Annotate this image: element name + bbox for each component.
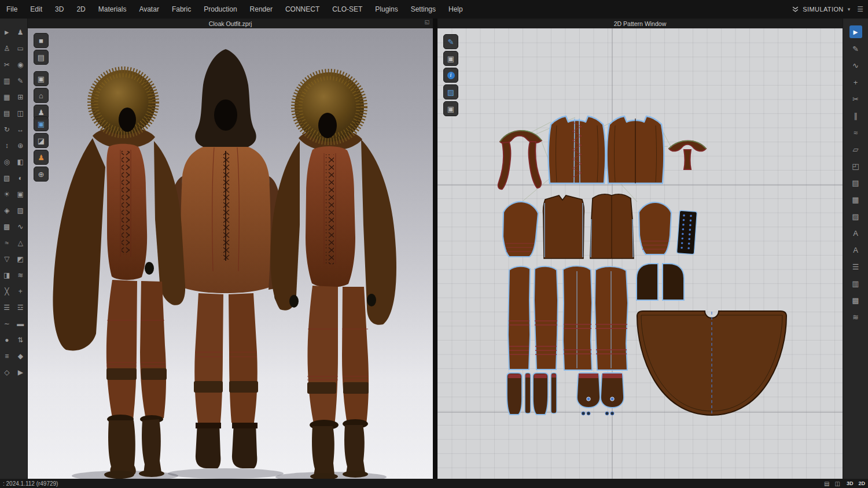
wireframe-toggle-icon[interactable]: ▧	[1, 172, 12, 183]
flip-tool-icon[interactable]: ◨	[1, 269, 12, 280]
tape-measure-icon[interactable]: ▭	[15, 43, 26, 54]
cut-sew-icon[interactable]: ✂	[849, 93, 862, 105]
pen-tool-icon[interactable]: ✎	[15, 75, 26, 86]
trim-tool-icon[interactable]: ╳	[1, 286, 12, 297]
menu-materials[interactable]: Materials	[92, 0, 133, 19]
show-garment-icon[interactable]: ▣	[34, 71, 49, 86]
panel-menu-icon[interactable]: ☰	[857, 5, 863, 13]
select-tool-icon[interactable]: ►	[1, 27, 12, 38]
transform-pattern-icon[interactable]: ►	[849, 25, 862, 38]
menu-production[interactable]: Production	[197, 0, 243, 19]
pattern-piece-sleeve-left[interactable]	[503, 202, 538, 257]
trace-tool-icon[interactable]: ◰	[849, 160, 862, 172]
tack-tool-icon[interactable]: +	[15, 286, 26, 297]
menu-clo-set[interactable]: CLO-SET	[326, 0, 369, 19]
pattern-piece-cloak[interactable]	[637, 311, 786, 415]
monogram-tool-icon[interactable]: A	[849, 243, 862, 256]
pattern-piece-collar-right[interactable]	[669, 141, 706, 170]
gather-tool-icon[interactable]: ☲	[15, 302, 26, 313]
edit-pattern-icon[interactable]: ✎	[849, 42, 862, 55]
fabric-tool-icon[interactable]: ▨	[15, 205, 26, 216]
shading-toggle-icon[interactable]: ◐	[15, 172, 26, 183]
grading-tool-icon[interactable]: ▤	[849, 176, 862, 189]
badge-3d[interactable]: 3D	[845, 480, 854, 486]
pane-layout-icon[interactable]: ▤	[824, 480, 830, 487]
menu-settings[interactable]: Settings	[404, 0, 442, 19]
menu-render[interactable]: Render	[244, 0, 279, 19]
split-view-icon[interactable]: ◫	[835, 480, 841, 487]
show-garment-2d-icon[interactable]: ▣	[443, 51, 458, 66]
pattern-2d-canvas[interactable]: ✎▣i▨▣	[437, 28, 843, 479]
elastic-tool-icon[interactable]: ∼	[1, 318, 12, 329]
menu-2d[interactable]: 2D	[70, 0, 91, 19]
ruler-tool-icon[interactable]: ▥	[1, 75, 12, 86]
simulate-garment-icon[interactable]: ▣	[34, 116, 49, 131]
light-tool-icon[interactable]: ☀	[1, 188, 12, 199]
mirror-tool-icon[interactable]: ◫	[15, 108, 26, 119]
internal-polygon-icon[interactable]: ▱	[849, 143, 862, 156]
pattern-piece-bodice-back[interactable]	[543, 195, 584, 258]
steam-2d-icon[interactable]: ≋	[849, 310, 862, 323]
add-point-icon[interactable]: +	[849, 76, 862, 88]
simulation-control[interactable]: SIMULATION ▾	[792, 6, 850, 13]
button-tool-icon[interactable]: ●	[1, 334, 12, 345]
grid-tool-icon[interactable]: ▦	[1, 91, 12, 102]
jacket-display-icon[interactable]: ◪	[34, 133, 49, 148]
export-tool-icon[interactable]: ▶	[15, 367, 26, 378]
pattern-piece-sleeve-right[interactable]	[639, 202, 671, 254]
menu-fabric[interactable]: Fabric	[165, 0, 197, 19]
pattern-piece-pant-legs[interactable]	[508, 266, 628, 370]
dart-tool-icon[interactable]: △	[15, 237, 26, 248]
badge-2d[interactable]: 2D	[857, 480, 865, 486]
pattern-piece-collar-left[interactable]	[498, 131, 542, 189]
render-tool-icon[interactable]: ◈	[1, 205, 12, 216]
viewport-3d-canvas[interactable]: ■▤ ▣⌂♟ ▣◪♟⊕	[28, 28, 433, 479]
menu-connect[interactable]: CONNECT	[279, 0, 326, 19]
menu-edit[interactable]: Edit	[24, 0, 49, 19]
pattern-piece-lacing-strip[interactable]	[676, 210, 697, 254]
pattern-piece-vest-front-open[interactable]	[549, 116, 606, 183]
texture-editor-icon[interactable]: ▦	[849, 193, 862, 206]
pattern-piece-hood[interactable]	[637, 264, 684, 300]
avatar-right[interactable]	[270, 72, 396, 479]
move-tool-icon[interactable]: ↔	[15, 124, 26, 135]
uv-tool-icon[interactable]: ◇	[1, 367, 12, 378]
pattern-tool-icon[interactable]: ▩	[1, 221, 12, 232]
menu-plugins[interactable]: Plugins	[369, 0, 404, 19]
pattern-piece-boot-cuffs[interactable]	[577, 373, 624, 415]
menu-avatar[interactable]: Avatar	[133, 0, 165, 19]
undock-window-icon[interactable]: ◱	[424, 20, 429, 25]
solidify-tool-icon[interactable]: ◆	[15, 350, 26, 361]
belt-tool-icon[interactable]: ▬	[15, 318, 26, 329]
menu-file[interactable]: File	[0, 0, 24, 19]
zipper-tool-icon[interactable]: ⇅	[15, 334, 26, 345]
avatar-left[interactable]	[53, 70, 185, 479]
stitch-tool-icon[interactable]: ≋	[15, 269, 26, 280]
ruler-2d-icon[interactable]: ▥	[849, 277, 862, 290]
layers-tool-icon[interactable]: ▤	[1, 108, 12, 119]
arrangement-icon[interactable]: ⌂	[34, 88, 49, 103]
fabric-swatch-icon[interactable]: ▨	[849, 210, 862, 223]
avatar-center[interactable]	[167, 49, 284, 468]
seam-tool-icon[interactable]: ≈	[1, 237, 12, 248]
pattern-info-icon[interactable]: i	[443, 68, 458, 83]
menu-help[interactable]: Help	[442, 0, 469, 19]
steam-tool-icon[interactable]: ≡	[1, 350, 12, 361]
simulation-caret-icon[interactable]: ▾	[848, 6, 851, 12]
pattern-piece-bodice-front[interactable]	[590, 194, 634, 258]
edit-curvature-icon[interactable]: ∿	[849, 59, 862, 72]
avatar-show-icon[interactable]: ♟	[15, 27, 26, 38]
sewing-tool-icon[interactable]: ∿	[15, 221, 26, 232]
show-avatar-icon[interactable]: ▤	[34, 50, 49, 65]
text-tool-icon[interactable]: A	[849, 227, 862, 239]
notch-tool-icon[interactable]: ▽	[1, 253, 12, 264]
camera-tool-icon[interactable]: ▣	[15, 188, 26, 199]
section-tool-icon[interactable]: ◧	[15, 156, 26, 167]
orbit-tool-icon[interactable]: ◎	[1, 156, 12, 167]
globe-environment-icon[interactable]: ⊕	[34, 167, 49, 182]
avatar-pose-icon[interactable]: ♟	[34, 150, 49, 165]
zoom-tool-icon[interactable]: ⊕	[15, 140, 26, 151]
pleat-tool-icon[interactable]: ☰	[1, 302, 12, 313]
pattern-piece-vest-front-closed[interactable]	[607, 116, 664, 183]
scissors-tool-icon[interactable]: ✂	[1, 59, 12, 70]
